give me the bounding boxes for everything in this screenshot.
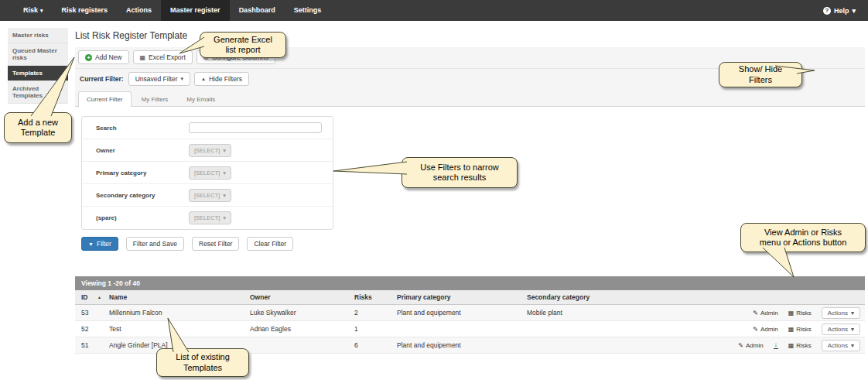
- hide-filters-button[interactable]: ▲ Hide Filters: [194, 72, 249, 86]
- sidebar-item-queued-master-risks[interactable]: Queued Master risks: [8, 43, 68, 66]
- column-header-risks[interactable]: Risks: [348, 293, 391, 301]
- row-id: 52: [75, 325, 103, 333]
- risks-link[interactable]: ▦Risks: [788, 310, 812, 317]
- callout-view-admin: View Admin or Risks menu or Actions butt…: [740, 223, 866, 252]
- pencil-icon: ✎: [753, 310, 758, 317]
- sidebar-item-templates[interactable]: Templates: [8, 66, 68, 81]
- nav-item-actions[interactable]: Actions: [117, 0, 161, 21]
- grid-icon: ▦: [788, 342, 795, 349]
- risks-link[interactable]: ▦Risks: [788, 342, 812, 349]
- filter-row-search: Search: [82, 117, 333, 139]
- excel-export-button[interactable]: ▦ Excel Export: [133, 50, 193, 64]
- table-row: 52 Test Adrian Eagles 1 ✎Admin ▦Risks Ac…: [75, 321, 865, 337]
- admin-link[interactable]: ✎Admin: [753, 326, 777, 333]
- filter-row-owner: Owner [SELECT] ▾: [82, 139, 333, 162]
- filter-tabs: Current Filter My Filters My Emails: [75, 91, 865, 107]
- sidebar-item-archived-templates[interactable]: Archived Templates: [8, 81, 68, 104]
- filter-label-search: Search: [96, 125, 189, 132]
- callout-show-hide-filters: Show/ Hide Filters: [719, 62, 802, 87]
- risks-link[interactable]: ▦Risks: [788, 326, 812, 333]
- help-label: Help: [834, 7, 849, 15]
- nav-item-settings[interactable]: Settings: [285, 0, 331, 21]
- tab-my-emails[interactable]: My Emails: [178, 91, 224, 107]
- table-header-row: ID ▲ Name Owner Risks Primary category S…: [75, 290, 865, 305]
- callout-list-existing: List of existing Templates: [156, 348, 249, 377]
- add-new-button[interactable]: + Add New: [78, 50, 129, 64]
- row-id: 51: [75, 341, 103, 349]
- filter-label-secondary-category: Secondary category: [96, 192, 189, 199]
- nav-item-risk-registers[interactable]: Risk registers: [53, 0, 118, 21]
- column-header-primary-category[interactable]: Primary category: [391, 293, 521, 301]
- clear-filter-button[interactable]: Clear Filter: [247, 237, 293, 251]
- row-id: 53: [75, 309, 103, 317]
- funnel-icon: ▼: [88, 241, 94, 247]
- grid-icon: ▦: [788, 310, 795, 317]
- row-primary-category: Plant and equipement: [391, 341, 521, 349]
- primary-category-select[interactable]: [SELECT] ▾: [189, 166, 231, 180]
- filter-label-owner: Owner: [96, 147, 189, 154]
- tab-current-filter[interactable]: Current Filter: [78, 91, 132, 107]
- row-actions-cell: ✎Admin ▦Risks Actions▾: [699, 307, 865, 319]
- chevron-down-icon: ▾: [852, 7, 856, 15]
- search-input[interactable]: [189, 122, 322, 133]
- row-owner: Adrian Eagles: [244, 325, 348, 333]
- filter-label-spare: (spare): [96, 214, 189, 221]
- pencil-icon: ✎: [753, 326, 758, 333]
- filter-panel: Search Owner [SELECT] ▾ Primary category…: [81, 116, 333, 230]
- chevron-down-icon: ▾: [223, 192, 226, 199]
- filter-row-spare: (spare) [SELECT] ▾: [82, 207, 333, 229]
- pencil-icon: ✎: [738, 342, 743, 349]
- templates-table: Viewing 1 -20 of 40 ID ▲ Name Owner Risk…: [75, 276, 865, 354]
- filter-button[interactable]: ▼ Filter: [81, 237, 118, 251]
- chevron-down-icon: ▾: [851, 342, 854, 349]
- filter-and-save-button[interactable]: Filter and Save: [126, 237, 184, 251]
- admin-link[interactable]: ✎Admin: [753, 310, 777, 317]
- nav-item-dashboard[interactable]: Dashboard: [230, 0, 285, 21]
- sidebar-item-master-risks[interactable]: Master risks: [8, 28, 68, 43]
- row-name: Millennium Falcon: [103, 309, 244, 317]
- table-icon: ▦: [140, 54, 146, 61]
- grid-icon: ▦: [788, 326, 795, 333]
- callout-use-filters: Use Filters to narrow search results: [402, 157, 518, 188]
- column-header-owner[interactable]: Owner: [244, 293, 348, 301]
- row-name: Test: [103, 325, 244, 333]
- help-menu[interactable]: ? Help ▾: [823, 0, 856, 21]
- chevron-down-icon: ▾: [223, 169, 226, 176]
- page-title: List Risk Register Template: [75, 30, 865, 41]
- owner-select[interactable]: [SELECT] ▾: [189, 144, 231, 157]
- secondary-category-select[interactable]: [SELECT] ▾: [189, 189, 231, 202]
- app-window: Risk▾ Risk registers Actions Master regi…: [0, 0, 868, 380]
- spare-select[interactable]: [SELECT] ▾: [189, 211, 231, 224]
- actions-dropdown-button[interactable]: Actions▾: [822, 324, 860, 335]
- column-header-name[interactable]: Name: [103, 293, 244, 301]
- current-filter-dropdown[interactable]: Unsaved Filter ▾: [128, 72, 190, 86]
- sort-ascending-icon: ▲: [97, 295, 101, 300]
- callout-add-new-template: Add a new Template: [4, 112, 72, 143]
- actions-dropdown-button[interactable]: Actions▾: [822, 307, 860, 319]
- row-risks: 6: [348, 341, 391, 349]
- reset-filter-button[interactable]: Reset Filter: [192, 237, 239, 251]
- chevron-up-icon: ▲: [201, 77, 206, 81]
- table-row: 53 Millennium Falcon Luke Skywalker 2 Pl…: [75, 305, 865, 321]
- filter-label-primary-category: Primary category: [96, 169, 189, 176]
- row-owner: Luke Skywalker: [244, 309, 348, 317]
- sidebar: Master risks Queued Master risks Templat…: [8, 28, 68, 104]
- row-primary-category: Plant and equipement: [391, 309, 521, 317]
- download-icon[interactable]: ↓: [774, 342, 778, 349]
- chevron-down-icon: ▾: [180, 76, 183, 82]
- current-filter-label: Current Filter:: [80, 75, 124, 83]
- chevron-down-icon: ▾: [223, 214, 226, 221]
- column-header-secondary-category[interactable]: Secondary category: [521, 293, 699, 301]
- row-actions-cell: ✎Admin ↓ ▦Risks Actions▾: [699, 340, 865, 351]
- column-header-id[interactable]: ID ▲: [75, 293, 103, 301]
- filter-row-secondary-category: Secondary category [SELECT] ▾: [82, 184, 333, 207]
- chevron-down-icon: ▾: [851, 310, 854, 317]
- tab-my-filters[interactable]: My Filters: [133, 91, 177, 107]
- nav-item-master-register[interactable]: Master register: [161, 0, 230, 21]
- admin-link[interactable]: ✎Admin: [738, 342, 763, 349]
- nav-item-risk[interactable]: Risk▾: [14, 0, 53, 21]
- table-summary-bar: Viewing 1 -20 of 40: [75, 276, 865, 290]
- actions-dropdown-button[interactable]: Actions▾: [822, 340, 860, 351]
- chevron-down-icon: ▾: [40, 8, 43, 13]
- row-risks: 2: [348, 309, 391, 317]
